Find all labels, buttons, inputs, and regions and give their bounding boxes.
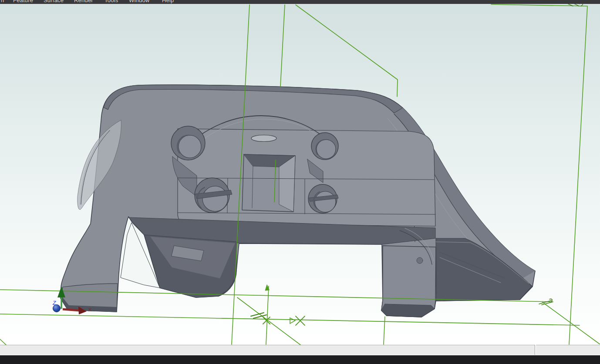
menu-item-window[interactable]: Window	[129, 0, 149, 3]
part-screw-left-inner	[202, 186, 228, 211]
3d-viewport[interactable]: Z X	[0, 0, 600, 364]
axis-x-label: X	[88, 307, 92, 312]
part-counterbore-right-inner	[317, 140, 336, 159]
taskbar[interactable]	[0, 355, 600, 364]
axis-z-label: Z	[52, 300, 56, 306]
menu-item-help[interactable]: Help	[162, 0, 174, 3]
app-window: n Feature Surface Render Tools Window He…	[0, 0, 600, 364]
part-oval-slot	[251, 135, 276, 142]
part-cove-notch	[417, 257, 423, 264]
status-message-panel	[0, 345, 535, 355]
menu-item-feature[interactable]: Feature	[13, 0, 33, 3]
status-bar	[0, 345, 600, 355]
menu-item-render[interactable]: Render	[74, 0, 93, 3]
menu-item-partial[interactable]: n	[1, 0, 4, 3]
part-counterbore-left-inner	[179, 135, 201, 158]
menu-item-tools[interactable]: Tools	[104, 0, 118, 3]
status-coords-panel	[536, 345, 600, 355]
axis-x-shaft	[63, 309, 80, 311]
menu-item-surface[interactable]: Surface	[44, 0, 64, 3]
part-screw-right-inner	[315, 191, 336, 212]
menu-bar: n Feature Surface Render Tools Window He…	[0, 0, 600, 4]
